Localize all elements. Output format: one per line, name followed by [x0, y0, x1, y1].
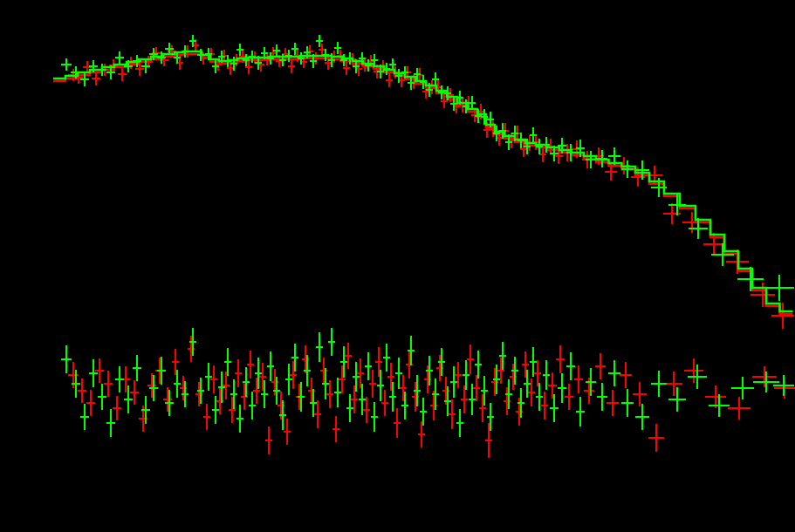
- spectrum-plot-canvas: [0, 0, 795, 532]
- plot-background: [0, 0, 795, 532]
- plot-root: [0, 0, 795, 532]
